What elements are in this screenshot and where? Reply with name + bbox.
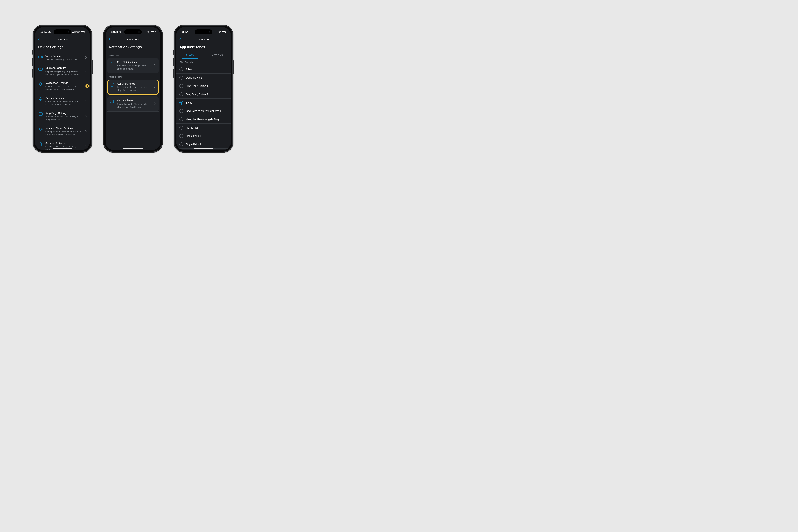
chevron-right-icon — [154, 64, 156, 68]
dynamic-island — [124, 30, 142, 34]
sound-option[interactable]: Ding Dong Chime 2 — [176, 90, 231, 99]
sound-option[interactable]: Silent — [176, 65, 231, 74]
sound-option[interactable]: Jingle Bells 2 — [176, 140, 231, 149]
sound-option[interactable]: Elves — [176, 99, 231, 107]
row-sub: Configure your Doorbell for use with a d… — [45, 130, 82, 136]
row-video-settings[interactable]: Video Settings Tailor video settings for… — [35, 52, 90, 64]
signal-icon — [72, 31, 76, 33]
screenshot-stage: 12:53 Front Door Device Settings — [0, 0, 266, 177]
row-label: Linked Chimes — [117, 99, 151, 102]
row-linked-chimes[interactable]: Linked Chimes Select the alerts Chime sh… — [108, 96, 158, 112]
page-title: App Alert Tones — [176, 43, 231, 52]
back-button[interactable] — [38, 38, 40, 41]
sound-label: God Rest Ye Merry Gentlemen — [186, 110, 221, 112]
row-label: General Settings — [45, 142, 82, 145]
sound-option[interactable]: Jingle Bells 1 — [176, 132, 231, 140]
row-label: Rich Notifications — [117, 61, 151, 64]
chevron-right-icon — [154, 102, 156, 106]
sound-label: Ding Dong Chime 2 — [186, 93, 208, 96]
callout-pointer-icon — [86, 84, 90, 89]
back-button[interactable] — [108, 38, 111, 41]
chevron-right-icon — [85, 69, 87, 73]
row-privacy-settings[interactable]: Privacy Settings Control what your devic… — [35, 94, 90, 109]
radio-icon — [179, 142, 183, 146]
home-indicator[interactable] — [123, 148, 143, 149]
radio-icon — [179, 134, 183, 138]
home-indicator[interactable] — [194, 148, 213, 149]
battery-icon — [151, 31, 156, 33]
sound-option[interactable]: Ho Ho Ho! — [176, 124, 231, 132]
row-sub: Process and store video locally on Ring … — [45, 115, 82, 121]
nav-bar: Front Door — [106, 36, 160, 43]
tab-motions[interactable]: MOTIONS — [204, 52, 231, 58]
sound-list: SilentDeck the HallsDing Dong Chime 1Din… — [176, 65, 231, 149]
sound-label: Deck the Halls — [186, 76, 202, 79]
chevron-right-icon — [85, 56, 87, 60]
nav-bar: Front Door — [35, 36, 90, 43]
card-app-alert-tones: App Alert Tones Choose the alert tones t… — [108, 80, 158, 95]
row-app-alert-tones[interactable]: App Alert Tones Choose the alert tones t… — [108, 80, 158, 95]
section-header-audible-alerts: Audible Alerts — [106, 73, 160, 80]
sound-option[interactable]: God Rest Ye Merry Gentlemen — [176, 107, 231, 115]
row-sub: Select the alerts Chime should play for … — [117, 103, 151, 109]
row-label: App Alert Tones — [117, 82, 151, 86]
sound-option[interactable]: Hark, the Herald Angels Sing — [176, 115, 231, 124]
bell-icon — [38, 82, 43, 86]
row-snapshot-capture[interactable]: Snapshot Capture Capture images regularl… — [35, 64, 90, 79]
row-ring-edge-settings[interactable]: Ring Edge Settings Process and store vid… — [35, 109, 90, 124]
page-title: Notification Settings — [106, 43, 160, 52]
signal-icon — [143, 31, 146, 33]
row-label: Snapshot Capture — [45, 66, 82, 70]
sound-option[interactable]: Deck the Halls — [176, 74, 231, 82]
row-sub: Choose the alert tones the app plays for… — [117, 86, 151, 92]
radio-icon — [179, 109, 183, 113]
video-icon — [38, 55, 43, 59]
row-rich-notifications[interactable]: Rich Notifications See what's happening … — [108, 58, 158, 73]
tab-rings[interactable]: RINGS — [176, 52, 204, 58]
phone-notification-settings: 12:53 Front Door Notification Settings N… — [103, 25, 163, 152]
mute-icon — [119, 30, 121, 33]
radio-icon — [179, 84, 183, 88]
list-header-ring-sounds: Ring Sounds — [176, 59, 231, 65]
nav-title: Front Door — [57, 38, 69, 41]
sound-label: Jingle Bells 1 — [186, 135, 201, 137]
tabs: RINGS MOTIONS — [176, 52, 231, 59]
status-time: 12:54 — [182, 30, 188, 33]
status-time: 12:53 — [111, 30, 118, 33]
battery-icon — [80, 31, 85, 33]
dynamic-island — [195, 30, 212, 34]
home-indicator[interactable] — [53, 148, 72, 149]
row-label: Ring Edge Settings — [45, 112, 82, 115]
card-rich-notifications: Rich Notifications See what's happening … — [108, 58, 158, 73]
phone-app-alert-tones: 12:54 Front Door App Alert Tones RINGS M… — [174, 25, 233, 152]
chevron-right-icon — [154, 85, 156, 89]
music-icon — [110, 99, 115, 103]
nav-title: Front Door — [127, 38, 139, 41]
radio-icon — [179, 68, 183, 71]
chevron-left-icon — [179, 38, 182, 41]
sound-label: Silent — [186, 68, 192, 71]
radio-icon — [179, 126, 183, 130]
card-linked-chimes: Linked Chimes Select the alerts Chime sh… — [108, 96, 158, 112]
chevron-right-icon — [85, 115, 87, 118]
sound-option[interactable]: Ding Dong Chime 1 — [176, 82, 231, 90]
chevron-right-icon — [85, 145, 87, 148]
row-inhome-chime-settings[interactable]: In-home Chime Settings Configure your Do… — [35, 124, 90, 139]
row-label: In-home Chime Settings — [45, 127, 82, 130]
wifi-icon — [76, 31, 80, 33]
chevron-right-icon — [85, 130, 87, 134]
row-label: Notification Settings — [45, 81, 82, 85]
wifi-icon — [217, 31, 221, 33]
wifi-icon — [147, 31, 150, 33]
back-button[interactable] — [179, 38, 182, 41]
sound-label: Ho Ho Ho! — [186, 126, 198, 129]
bell-icon — [110, 61, 115, 65]
speaker-icon — [38, 127, 43, 131]
row-notification-settings[interactable]: Notification Settings Customize the aler… — [35, 79, 90, 94]
chevron-right-icon — [85, 99, 87, 103]
section-header-notifications: Notifications — [106, 52, 160, 58]
row-sub: Customize the alerts and sounds this dev… — [45, 85, 82, 91]
sound-label: Jingle Bells 2 — [186, 143, 201, 146]
nav-title: Front Door — [198, 38, 210, 41]
radio-icon — [179, 92, 183, 96]
